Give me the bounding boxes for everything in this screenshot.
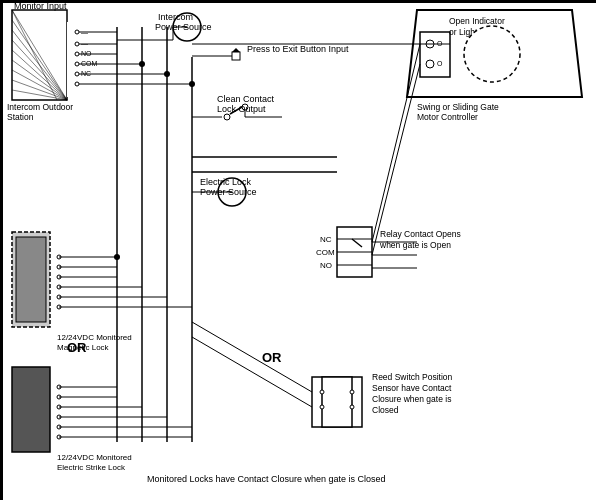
- svg-point-14: [75, 42, 79, 46]
- svg-text:OR: OR: [262, 350, 282, 365]
- svg-text:Motor Controller: Motor Controller: [417, 112, 478, 122]
- svg-text:when gate is Open: when gate is Open: [379, 240, 451, 250]
- svg-text:COM: COM: [316, 248, 335, 257]
- svg-text:Lock Output: Lock Output: [217, 104, 266, 114]
- svg-rect-29: [232, 52, 240, 60]
- svg-text:Monitor Input: Monitor Input: [14, 2, 67, 11]
- svg-text:Swing or Sliding Gate: Swing or Sliding Gate: [417, 102, 499, 112]
- svg-point-84: [350, 405, 354, 409]
- svg-point-13: [75, 30, 79, 34]
- svg-text:Sensor have Contact: Sensor have Contact: [372, 383, 452, 393]
- svg-point-83: [320, 405, 324, 409]
- svg-text:Closed: Closed: [372, 405, 399, 415]
- svg-text:Open Indicator: Open Indicator: [449, 16, 505, 26]
- svg-text:NC: NC: [320, 235, 332, 244]
- svg-text:NO: NO: [320, 261, 332, 270]
- svg-point-15: [75, 52, 79, 56]
- svg-point-66: [224, 114, 230, 120]
- svg-rect-80: [322, 377, 352, 427]
- svg-text:O: O: [437, 60, 443, 67]
- wiring-diagram: Monitor Input — — NO COM NC ~ Intercom P…: [0, 0, 596, 500]
- svg-rect-44: [12, 367, 50, 452]
- svg-point-17: [75, 72, 79, 76]
- svg-text:Magnetic Lock: Magnetic Lock: [57, 343, 110, 352]
- svg-rect-86: [420, 32, 450, 77]
- svg-text:12/24VDC Monitored: 12/24VDC Monitored: [57, 453, 132, 462]
- svg-point-108: [114, 254, 120, 260]
- svg-point-82: [350, 390, 354, 394]
- svg-point-111: [189, 81, 195, 87]
- svg-point-16: [75, 62, 79, 66]
- svg-point-81: [320, 390, 324, 394]
- svg-text:Press to Exit Button Input: Press to Exit Button Input: [247, 44, 349, 54]
- svg-point-137: [464, 26, 520, 82]
- svg-point-88: [426, 60, 434, 68]
- svg-text:Intercom: Intercom: [158, 12, 193, 22]
- svg-text:12/24VDC Monitored: 12/24VDC Monitored: [57, 333, 132, 342]
- svg-rect-36: [16, 237, 46, 322]
- svg-point-110: [164, 71, 170, 77]
- svg-point-18: [75, 82, 79, 86]
- svg-text:Electric Lock: Electric Lock: [200, 177, 252, 187]
- svg-text:Electric Strike Lock: Electric Strike Lock: [57, 463, 126, 472]
- svg-text:Clean Contact: Clean Contact: [217, 94, 275, 104]
- svg-text:Relay Contact Opens: Relay Contact Opens: [380, 229, 461, 239]
- svg-point-109: [139, 61, 145, 67]
- svg-text:Reed Switch Position: Reed Switch Position: [372, 372, 453, 382]
- svg-text:Monitored Locks have Contact C: Monitored Locks have Contact Closure whe…: [147, 474, 386, 484]
- svg-text:Intercom Outdoor: Intercom Outdoor: [7, 102, 73, 112]
- svg-text:Closure when gate is: Closure when gate is: [372, 394, 451, 404]
- svg-text:Station: Station: [7, 112, 34, 122]
